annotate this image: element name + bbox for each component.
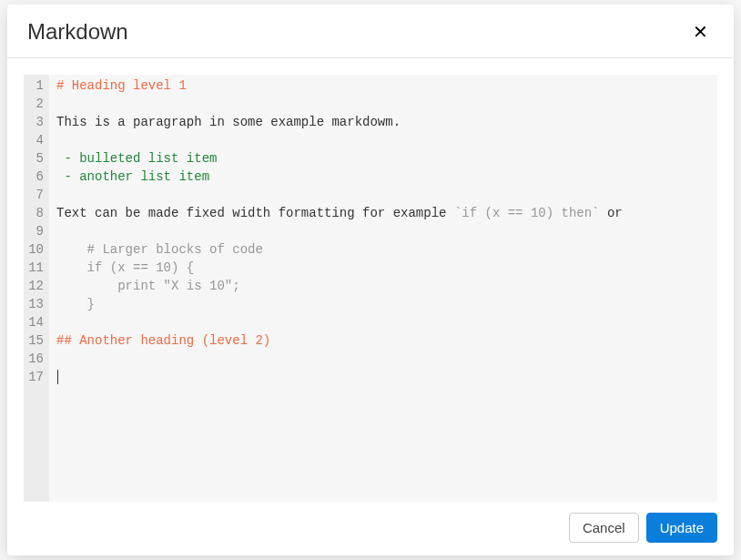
code-token: - bulleted list item bbox=[56, 151, 217, 166]
line-number: 11 bbox=[27, 259, 44, 277]
code-line[interactable] bbox=[56, 186, 710, 204]
close-button[interactable]: ✕ bbox=[687, 19, 714, 45]
text-cursor bbox=[57, 370, 58, 384]
line-number: 13 bbox=[27, 295, 44, 313]
code-token: `if (x == 10) then` bbox=[454, 206, 600, 220]
modal-body: 1234567891011121314151617 # Heading leve… bbox=[7, 58, 734, 502]
editor-gutter: 1234567891011121314151617 bbox=[24, 75, 49, 502]
line-number: 15 bbox=[27, 331, 44, 350]
code-line[interactable]: # Larger blocks of code bbox=[56, 240, 710, 259]
code-token: ## Another heading (level 2) bbox=[56, 333, 270, 348]
code-token: print "X is 10"; bbox=[56, 279, 240, 293]
markdown-modal: Markdown ✕ 1234567891011121314151617 # H… bbox=[7, 5, 734, 555]
code-token: Text can be made fixed width formatting … bbox=[56, 206, 454, 220]
code-line[interactable] bbox=[56, 222, 710, 240]
cancel-button[interactable]: Cancel bbox=[569, 513, 639, 543]
code-line[interactable]: Text can be made fixed width formatting … bbox=[56, 204, 710, 222]
code-token: - another list item bbox=[56, 169, 209, 184]
modal-header: Markdown ✕ bbox=[7, 5, 734, 58]
code-line[interactable]: # Heading level 1 bbox=[56, 76, 710, 95]
code-line[interactable]: - bulleted list item bbox=[56, 149, 710, 168]
line-number: 8 bbox=[27, 204, 44, 222]
line-number: 12 bbox=[27, 277, 44, 295]
line-number: 7 bbox=[27, 186, 44, 204]
markdown-editor[interactable]: 1234567891011121314151617 # Heading leve… bbox=[24, 75, 717, 502]
code-token: if (x == 10) { bbox=[56, 260, 194, 275]
code-line[interactable]: } bbox=[56, 295, 710, 313]
line-number: 1 bbox=[27, 76, 44, 95]
code-token: or bbox=[600, 206, 623, 220]
code-token: This is a paragraph in some example mark… bbox=[56, 115, 401, 129]
line-number: 3 bbox=[27, 113, 44, 131]
code-line[interactable]: print "X is 10"; bbox=[56, 277, 710, 295]
code-line[interactable]: ## Another heading (level 2) bbox=[56, 331, 710, 350]
code-line[interactable]: This is a paragraph in some example mark… bbox=[56, 113, 710, 131]
line-number: 16 bbox=[27, 350, 44, 368]
modal-footer: Cancel Update bbox=[7, 502, 734, 555]
close-icon: ✕ bbox=[693, 22, 708, 42]
code-line[interactable] bbox=[56, 313, 710, 331]
line-number: 9 bbox=[27, 222, 44, 240]
line-number: 5 bbox=[27, 149, 44, 168]
code-token: # Larger blocks of code bbox=[56, 242, 263, 257]
code-token: } bbox=[56, 297, 95, 311]
code-line[interactable] bbox=[56, 350, 710, 368]
code-token: # Heading level 1 bbox=[56, 78, 187, 93]
line-number: 2 bbox=[27, 95, 44, 113]
line-number: 17 bbox=[27, 368, 44, 386]
code-line[interactable] bbox=[56, 95, 710, 113]
line-number: 6 bbox=[27, 168, 44, 186]
update-button[interactable]: Update bbox=[646, 513, 717, 543]
line-number: 10 bbox=[27, 240, 44, 259]
code-line[interactable] bbox=[56, 131, 710, 149]
modal-title: Markdown bbox=[27, 19, 128, 45]
code-line[interactable]: if (x == 10) { bbox=[56, 259, 710, 277]
editor-code-area[interactable]: # Heading level 1This is a paragraph in … bbox=[49, 75, 717, 502]
code-line[interactable] bbox=[56, 368, 710, 386]
line-number: 14 bbox=[27, 313, 44, 331]
code-line[interactable]: - another list item bbox=[56, 168, 710, 186]
line-number: 4 bbox=[27, 131, 44, 149]
